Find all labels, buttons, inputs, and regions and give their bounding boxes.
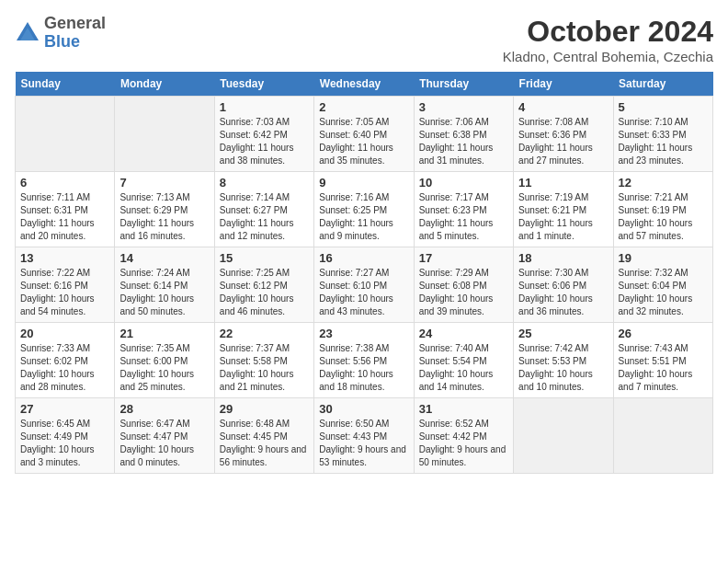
logo-icon [15, 20, 40, 46]
page-header: General Blue October 2024 Kladno, Centra… [15, 15, 713, 64]
calendar-table: SundayMondayTuesdayWednesdayThursdayFrid… [15, 72, 713, 474]
day-number: 13 [20, 251, 109, 265]
calendar-cell: 26Sunrise: 7:43 AMSunset: 5:51 PMDayligh… [613, 323, 712, 398]
day-info: Sunrise: 7:40 AMSunset: 5:54 PMDaylight:… [419, 342, 508, 394]
day-number: 4 [518, 100, 608, 114]
calendar-cell: 16Sunrise: 7:27 AMSunset: 6:10 PMDayligh… [314, 247, 414, 323]
day-info: Sunrise: 7:10 AMSunset: 6:33 PMDaylight:… [619, 116, 708, 167]
day-number: 18 [518, 251, 608, 265]
calendar-cell: 13Sunrise: 7:22 AMSunset: 6:16 PMDayligh… [16, 247, 115, 323]
day-info: Sunrise: 7:35 AMSunset: 6:00 PMDaylight:… [119, 342, 209, 394]
day-number: 19 [619, 251, 708, 265]
day-info: Sunrise: 7:33 AMSunset: 6:02 PMDaylight:… [20, 342, 109, 394]
calendar-header-row: SundayMondayTuesdayWednesdayThursdayFrid… [16, 72, 713, 97]
week-row-4: 20Sunrise: 7:33 AMSunset: 6:02 PMDayligh… [16, 323, 713, 398]
day-number: 7 [119, 176, 209, 190]
day-number: 15 [220, 251, 309, 265]
day-info: Sunrise: 7:14 AMSunset: 6:27 PMDaylight:… [220, 191, 309, 243]
day-info: Sunrise: 7:05 AMSunset: 6:40 PMDaylight:… [319, 116, 408, 167]
day-number: 5 [619, 100, 708, 114]
day-number: 22 [220, 327, 309, 340]
calendar-cell: 28Sunrise: 6:47 AMSunset: 4:47 PMDayligh… [115, 398, 214, 474]
calendar-cell: 6Sunrise: 7:11 AMSunset: 6:31 PMDaylight… [16, 172, 115, 247]
week-row-1: 1Sunrise: 7:03 AMSunset: 6:42 PMDaylight… [16, 97, 713, 172]
day-info: Sunrise: 7:06 AMSunset: 6:38 PMDaylight:… [419, 116, 508, 167]
calendar-cell: 9Sunrise: 7:16 AMSunset: 6:25 PMDaylight… [314, 172, 414, 247]
calendar-cell: 5Sunrise: 7:10 AMSunset: 6:33 PMDaylight… [613, 97, 712, 172]
day-number: 6 [20, 176, 109, 190]
day-number: 28 [119, 402, 209, 416]
day-info: Sunrise: 7:37 AMSunset: 5:58 PMDaylight:… [220, 342, 309, 394]
week-row-3: 13Sunrise: 7:22 AMSunset: 6:16 PMDayligh… [16, 247, 713, 323]
col-header-saturday: Saturday [613, 72, 712, 97]
calendar-cell: 12Sunrise: 7:21 AMSunset: 6:19 PMDayligh… [613, 172, 712, 247]
day-number: 27 [20, 402, 109, 416]
day-number: 20 [20, 327, 109, 340]
calendar-cell: 11Sunrise: 7:19 AMSunset: 6:21 PMDayligh… [514, 172, 613, 247]
day-info: Sunrise: 7:13 AMSunset: 6:29 PMDaylight:… [119, 191, 209, 243]
calendar-cell: 23Sunrise: 7:38 AMSunset: 5:56 PMDayligh… [314, 323, 414, 398]
day-number: 16 [319, 251, 408, 265]
calendar-cell: 19Sunrise: 7:32 AMSunset: 6:04 PMDayligh… [613, 247, 712, 323]
calendar-cell: 17Sunrise: 7:29 AMSunset: 6:08 PMDayligh… [414, 247, 513, 323]
calendar-body: 1Sunrise: 7:03 AMSunset: 6:42 PMDaylight… [16, 97, 713, 474]
calendar-cell [16, 97, 115, 172]
day-info: Sunrise: 7:21 AMSunset: 6:19 PMDaylight:… [619, 191, 708, 243]
calendar-cell: 31Sunrise: 6:52 AMSunset: 4:42 PMDayligh… [414, 398, 513, 474]
week-row-2: 6Sunrise: 7:11 AMSunset: 6:31 PMDaylight… [16, 172, 713, 247]
day-number: 21 [119, 327, 209, 340]
logo-text: General Blue [44, 15, 106, 52]
day-number: 10 [419, 176, 508, 190]
day-number: 17 [419, 251, 508, 265]
day-info: Sunrise: 7:25 AMSunset: 6:12 PMDaylight:… [220, 267, 309, 318]
col-header-sunday: Sunday [16, 72, 115, 97]
day-info: Sunrise: 6:50 AMSunset: 4:43 PMDaylight:… [319, 418, 408, 469]
calendar-cell: 21Sunrise: 7:35 AMSunset: 6:00 PMDayligh… [115, 323, 214, 398]
calendar-cell [514, 398, 613, 474]
calendar-cell [115, 97, 214, 172]
day-info: Sunrise: 7:29 AMSunset: 6:08 PMDaylight:… [419, 267, 508, 318]
calendar-cell: 18Sunrise: 7:30 AMSunset: 6:06 PMDayligh… [514, 247, 613, 323]
day-number: 24 [419, 327, 508, 340]
day-info: Sunrise: 7:43 AMSunset: 5:51 PMDaylight:… [619, 342, 708, 394]
day-info: Sunrise: 7:42 AMSunset: 5:53 PMDaylight:… [518, 342, 608, 394]
day-info: Sunrise: 7:08 AMSunset: 6:36 PMDaylight:… [518, 116, 608, 167]
calendar-cell: 22Sunrise: 7:37 AMSunset: 5:58 PMDayligh… [214, 323, 313, 398]
day-number: 25 [518, 327, 608, 340]
day-number: 29 [220, 402, 309, 416]
calendar-cell: 24Sunrise: 7:40 AMSunset: 5:54 PMDayligh… [414, 323, 513, 398]
day-info: Sunrise: 7:11 AMSunset: 6:31 PMDaylight:… [20, 191, 109, 243]
calendar-cell: 20Sunrise: 7:33 AMSunset: 6:02 PMDayligh… [16, 323, 115, 398]
calendar-cell: 30Sunrise: 6:50 AMSunset: 4:43 PMDayligh… [314, 398, 414, 474]
col-header-monday: Monday [115, 72, 214, 97]
col-header-thursday: Thursday [414, 72, 513, 97]
day-info: Sunrise: 7:32 AMSunset: 6:04 PMDaylight:… [619, 267, 708, 318]
week-row-5: 27Sunrise: 6:45 AMSunset: 4:49 PMDayligh… [16, 398, 713, 474]
day-info: Sunrise: 6:45 AMSunset: 4:49 PMDaylight:… [20, 418, 109, 469]
col-header-friday: Friday [514, 72, 613, 97]
logo: General Blue [15, 15, 106, 52]
day-number: 30 [319, 402, 408, 416]
day-info: Sunrise: 6:48 AMSunset: 4:45 PMDaylight:… [220, 418, 309, 469]
day-number: 23 [319, 327, 408, 340]
calendar-cell: 4Sunrise: 7:08 AMSunset: 6:36 PMDaylight… [514, 97, 613, 172]
col-header-wednesday: Wednesday [314, 72, 414, 97]
day-info: Sunrise: 7:22 AMSunset: 6:16 PMDaylight:… [20, 267, 109, 318]
day-info: Sunrise: 7:17 AMSunset: 6:23 PMDaylight:… [419, 191, 508, 243]
month-title: October 2024 [503, 15, 713, 49]
calendar-cell: 15Sunrise: 7:25 AMSunset: 6:12 PMDayligh… [214, 247, 313, 323]
day-number: 9 [319, 176, 408, 190]
day-number: 3 [419, 100, 508, 114]
calendar-cell: 25Sunrise: 7:42 AMSunset: 5:53 PMDayligh… [514, 323, 613, 398]
day-number: 14 [119, 251, 209, 265]
day-number: 26 [619, 327, 708, 340]
day-info: Sunrise: 7:38 AMSunset: 5:56 PMDaylight:… [319, 342, 408, 394]
calendar-cell: 14Sunrise: 7:24 AMSunset: 6:14 PMDayligh… [115, 247, 214, 323]
calendar-cell: 2Sunrise: 7:05 AMSunset: 6:40 PMDaylight… [314, 97, 414, 172]
calendar-cell: 27Sunrise: 6:45 AMSunset: 4:49 PMDayligh… [16, 398, 115, 474]
day-info: Sunrise: 7:24 AMSunset: 6:14 PMDaylight:… [119, 267, 209, 318]
calendar-cell: 3Sunrise: 7:06 AMSunset: 6:38 PMDaylight… [414, 97, 513, 172]
day-number: 2 [319, 100, 408, 114]
day-info: Sunrise: 7:16 AMSunset: 6:25 PMDaylight:… [319, 191, 408, 243]
day-info: Sunrise: 7:27 AMSunset: 6:10 PMDaylight:… [319, 267, 408, 318]
